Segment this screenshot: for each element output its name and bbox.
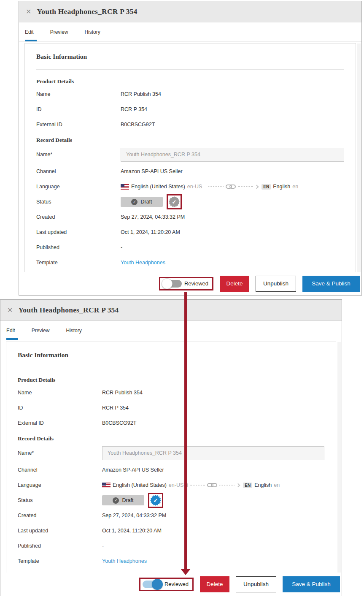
footer-actions: Reviewed Delete Unpublish Save & Publish <box>19 272 361 295</box>
language-target-name: English <box>254 482 272 488</box>
field-row-id: ID RCR P 354 <box>18 400 324 415</box>
status-badge: ✓ Draft <box>121 197 163 207</box>
tab-edit[interactable]: Edit <box>25 22 34 41</box>
target-language-badge: EN <box>262 184 271 190</box>
scrollbar-track[interactable] <box>357 43 361 273</box>
field-row-id: ID RCR P 354 <box>36 102 344 117</box>
tab-bar: Edit Preview History <box>0 321 342 340</box>
status-badge-label: Draft <box>140 199 152 205</box>
field-value: Amazon SP-API US Seller <box>121 168 183 174</box>
delete-button[interactable]: Delete <box>220 276 249 292</box>
editor-panel-after: ✕ Youth Headphones_RCR P 354 Edit Previe… <box>0 299 342 596</box>
subsection-product-details: Product Details <box>36 76 344 87</box>
section-heading-basic-information: Basic Information <box>36 53 344 60</box>
field-row-record-name: Name* <box>36 145 344 164</box>
seal-annotation-box: ✓ <box>167 194 182 209</box>
unpublish-button[interactable]: Unpublish <box>236 576 276 592</box>
edit-form: Basic Information Product Details Name R… <box>24 43 356 273</box>
field-row-template: Template Youth Headphones <box>36 255 344 270</box>
delete-button[interactable]: Delete <box>200 576 229 592</box>
tab-preview[interactable]: Preview <box>32 321 50 340</box>
record-name-input[interactable] <box>121 148 344 162</box>
status-badge-label: Draft <box>122 497 133 503</box>
field-row-language: Language English (United States) en-US E… <box>36 179 344 194</box>
field-value: RCR Publish 354 <box>121 91 161 97</box>
section-divider <box>18 368 324 368</box>
annotation-arrow-line <box>184 292 187 569</box>
reviewed-annotation-box: Reviewed <box>139 578 194 591</box>
tab-history[interactable]: History <box>84 22 100 41</box>
field-value: RCR P 354 <box>102 405 129 411</box>
field-label: ID <box>36 106 121 112</box>
section-heading-basic-information: Basic Information <box>18 351 324 359</box>
scrollbar-track[interactable] <box>337 342 341 573</box>
field-row-record-name: Name* <box>18 444 324 462</box>
reviewed-label: Reviewed <box>184 280 208 287</box>
template-link[interactable]: Youth Headphones <box>102 558 147 564</box>
tab-edit[interactable]: Edit <box>6 321 15 340</box>
tab-history[interactable]: History <box>66 321 81 340</box>
field-label: Published <box>18 543 102 549</box>
field-label: Status <box>18 497 102 503</box>
connector-tick <box>187 483 188 487</box>
field-row-status: Status ✓ Draft ✓ <box>36 194 344 209</box>
field-value: Amazon SP-API US Seller <box>102 467 164 473</box>
field-value: B0CBSCG92T <box>121 122 155 128</box>
field-label: Template <box>18 558 102 564</box>
link-icon <box>226 184 236 189</box>
subsection-product-details: Product Details <box>18 375 324 385</box>
field-label: Status <box>36 199 121 205</box>
language-target-code: en <box>292 184 298 190</box>
status-check-icon: ✓ <box>113 497 119 504</box>
connector-dots <box>190 485 205 486</box>
toggle-knob[interactable] <box>162 278 173 289</box>
field-row-external-id: External ID B0CBSCG92T <box>18 415 324 431</box>
edit-form: Basic Information Product Details Name R… <box>6 342 336 573</box>
field-row-name: Name RCR Publish 354 <box>36 87 344 102</box>
verified-badge-icon: ✓ <box>150 495 161 506</box>
field-value: - <box>121 244 122 250</box>
language-source-name: English (United States) <box>131 184 185 190</box>
editor-panel-before: ✕ Youth Headphones_RCR P 354 Edit Previe… <box>19 1 362 296</box>
chevron-right-icon <box>236 483 240 487</box>
field-value: Oct 1, 2024, 11:20:20 AM <box>121 229 180 235</box>
toggle-knob[interactable] <box>152 579 163 590</box>
target-language-badge: EN <box>243 483 252 488</box>
close-icon[interactable]: ✕ <box>26 8 31 15</box>
footer-actions: Reviewed Delete Unpublish Save & Publish <box>0 573 342 596</box>
connector-dots <box>238 186 253 187</box>
annotation-arrow-head <box>181 569 191 575</box>
save-publish-button[interactable]: Save & Publish <box>283 576 340 592</box>
field-row-last-updated: Last updated Oct 1, 2024, 11:20:20 AM <box>18 523 324 538</box>
connector-dots <box>219 485 235 486</box>
language-target-name: English <box>273 184 290 190</box>
close-icon[interactable]: ✕ <box>7 307 13 314</box>
field-label: External ID <box>18 420 102 426</box>
template-link[interactable]: Youth Headphones <box>121 260 165 266</box>
reviewed-toggle[interactable] <box>162 280 182 288</box>
field-row-template: Template Youth Headphones <box>18 554 324 569</box>
record-name-input[interactable] <box>102 446 324 460</box>
save-publish-button[interactable]: Save & Publish <box>302 276 360 292</box>
field-label: Name* <box>36 152 121 157</box>
section-divider <box>36 69 344 70</box>
language-pair: English (United States) en-US EN English… <box>121 184 298 190</box>
window-header: ✕ Youth Headphones_RCR P 354 <box>19 1 361 22</box>
field-value: RCR P 354 <box>121 106 147 112</box>
field-label: External ID <box>36 122 121 128</box>
reviewed-toggle[interactable] <box>143 581 162 588</box>
field-label: Name <box>36 91 121 97</box>
unpublish-button[interactable]: Unpublish <box>256 276 296 292</box>
field-value: Sep 27, 2024, 04:33:32 PM <box>102 513 166 518</box>
tab-preview[interactable]: Preview <box>50 22 68 41</box>
field-label: Language <box>18 482 102 488</box>
field-value: Oct 1, 2024, 11:20:20 AM <box>102 528 162 534</box>
field-row-created: Created Sep 27, 2024, 04:33:32 PM <box>36 209 344 225</box>
field-row-published: Published - <box>36 240 344 255</box>
field-row-channel: Channel Amazon SP-API US Seller <box>18 462 324 478</box>
field-label: Channel <box>18 467 102 473</box>
field-value: Sep 27, 2024, 04:33:32 PM <box>121 214 185 220</box>
field-value: - <box>102 543 104 549</box>
us-flag-icon <box>102 483 111 488</box>
field-label: Last updated <box>18 528 102 534</box>
